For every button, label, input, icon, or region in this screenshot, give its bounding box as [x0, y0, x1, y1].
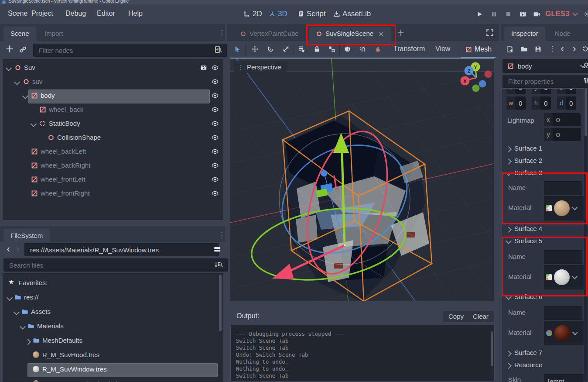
nav-forward-icon[interactable] — [14, 246, 21, 253]
attach-script-button[interactable] — [214, 46, 221, 53]
history-back-icon[interactable] — [559, 46, 566, 52]
save-resource-icon[interactable] — [534, 45, 542, 53]
h-spinner[interactable]: h0 — [532, 96, 551, 110]
history-forward-icon[interactable] — [571, 46, 578, 52]
copy-button[interactable]: Copy — [443, 311, 469, 322]
tree-row[interactable]: wheel_backRight — [3, 160, 223, 173]
menu-project[interactable]: Project — [27, 7, 58, 20]
node-selector-dropdown[interactable]: body — [503, 59, 588, 73]
lock-icon[interactable] — [313, 45, 321, 53]
chevron-down-icon[interactable] — [572, 205, 578, 210]
group-icon[interactable] — [328, 45, 335, 53]
collapse-arrow-icon[interactable] — [31, 121, 37, 127]
tree-row[interactable]: wheel_frontRight — [3, 188, 223, 201]
visibility-eye-icon[interactable] — [212, 148, 219, 155]
visibility-eye-icon[interactable] — [212, 134, 219, 141]
split-mode-button[interactable] — [213, 245, 221, 253]
filter-properties-input[interactable] — [507, 77, 581, 86]
surface-3-material-picker[interactable] — [544, 196, 584, 220]
tree-row[interactable]: suv — [3, 76, 223, 89]
visibility-eye-icon[interactable] — [212, 106, 219, 113]
d-spinner[interactable]: d0 — [557, 96, 576, 110]
workspace-assetlib-button[interactable]: AssetLib — [333, 10, 371, 18]
filter-properties-field[interactable] — [503, 75, 588, 88]
surface-5-section[interactable]: Surface 5 — [502, 236, 584, 248]
chevron-down-icon[interactable] — [572, 274, 578, 279]
workspace-2d-button[interactable]: 2D — [243, 10, 262, 18]
filesystem-row-selected[interactable]: R_M_SuvWindow.tres — [3, 364, 223, 377]
workspace-script-button[interactable]: Script — [297, 10, 325, 18]
renderer-dropdown[interactable]: GLES3 — [545, 10, 577, 18]
scale-tool-icon[interactable] — [282, 45, 290, 53]
search-docs-icon[interactable] — [583, 62, 588, 69]
filesystem-row[interactable]: R_M_VertexPaintBlended.tres — [3, 378, 223, 382]
menu-editor[interactable]: Editor — [92, 7, 120, 20]
visibility-eye-icon[interactable] — [212, 92, 219, 99]
view-menu[interactable]: View — [435, 45, 450, 53]
select-tool-icon[interactable] — [234, 45, 241, 53]
search-files-field[interactable] — [3, 258, 228, 272]
skeleton-icon[interactable] — [359, 45, 366, 53]
material-preview-sphere[interactable] — [554, 325, 570, 341]
filter-nodes-input[interactable] — [38, 46, 213, 55]
nav-back-icon[interactable] — [5, 246, 12, 253]
load-resource-icon[interactable] — [520, 45, 528, 53]
add-node-button[interactable]: + — [5, 43, 14, 55]
y-spinner[interactable]: y0 — [532, 89, 551, 94]
tree-row[interactable]: wheel_backLeft — [3, 146, 223, 159]
collapse-arrow-icon[interactable] — [22, 93, 28, 99]
surface-3-name-input[interactable] — [544, 181, 582, 195]
list-select-icon[interactable] — [298, 45, 306, 53]
settings-gear-icon[interactable] — [584, 10, 588, 17]
play-custom-scene-button[interactable] — [533, 10, 540, 18]
tree-row-selected[interactable]: body — [3, 90, 223, 103]
output-scrollbar[interactable] — [490, 326, 493, 380]
menu-help[interactable]: Help — [124, 7, 147, 20]
pause-button[interactable] — [490, 10, 498, 18]
history-icon[interactable] — [582, 45, 588, 52]
property-tools-icon[interactable] — [583, 77, 588, 84]
resource-menu-icon[interactable]: ⋮ — [549, 45, 556, 53]
mesh-menu[interactable]: Mesh — [461, 41, 496, 58]
drag-handle-icon[interactable]: ⋮ — [237, 64, 243, 71]
tree-row[interactable]: wheel_frontLeft — [3, 174, 223, 187]
filesystem-row[interactable]: Materials — [3, 320, 223, 334]
material-preview-sphere[interactable] — [554, 200, 570, 216]
surface-6-material-picker[interactable] — [544, 321, 584, 345]
inspector-scrollbar[interactable] — [584, 88, 588, 382]
visibility-eye-icon[interactable] — [212, 120, 219, 127]
skin-value-dropdown[interactable]: [empt — [544, 374, 584, 382]
collapse-arrow-icon[interactable] — [6, 65, 12, 71]
tree-row[interactable]: CollisionShape — [3, 132, 223, 145]
movie-icon[interactable] — [200, 64, 207, 71]
play-button[interactable] — [476, 10, 483, 18]
collapse-arrow-icon[interactable] — [14, 79, 20, 85]
filter-nodes-field[interactable] — [33, 44, 227, 57]
filesystem-row[interactable]: ★ Favorites: — [3, 277, 223, 290]
filesystem-scrollbar[interactable] — [219, 275, 222, 381]
tab-suvsinglescene[interactable]: SuvSingleScene × — [309, 27, 391, 41]
surface-7-section[interactable]: Surface 7 — [502, 348, 584, 359]
menu-debug[interactable]: Debug — [61, 7, 90, 20]
sort-files-button[interactable] — [214, 261, 221, 268]
visibility-eye-icon[interactable] — [212, 78, 219, 85]
snap-sphere-icon[interactable] — [344, 45, 351, 53]
tree-row[interactable]: Suv — [3, 62, 223, 75]
scene-dock-menu-icon[interactable]: ⋮ — [218, 28, 226, 37]
collapse-arrow-icon[interactable] — [7, 295, 13, 301]
filesystem-row[interactable]: res:// — [3, 292, 223, 305]
perspective-menu[interactable]: ⋮ Perspective — [234, 61, 287, 73]
current-path-field[interactable] — [24, 243, 219, 256]
surface-6-name-input[interactable] — [544, 306, 582, 320]
current-path-input[interactable] — [29, 246, 214, 254]
visibility-eye-icon[interactable] — [212, 162, 219, 169]
w-spinner[interactable]: w0 — [506, 96, 526, 110]
surface-5-material-picker[interactable] — [544, 265, 584, 289]
scrollbar-thumb[interactable] — [219, 275, 222, 331]
distraction-free-icon[interactable] — [486, 29, 494, 37]
surface-5-name-input[interactable] — [544, 250, 582, 264]
tree-row[interactable]: StaticBody — [3, 118, 223, 131]
transform-menu[interactable]: Transform — [393, 45, 425, 53]
collapse-arrow-icon[interactable] — [14, 309, 20, 315]
surface-4-section[interactable]: Surface 4 — [502, 224, 584, 235]
